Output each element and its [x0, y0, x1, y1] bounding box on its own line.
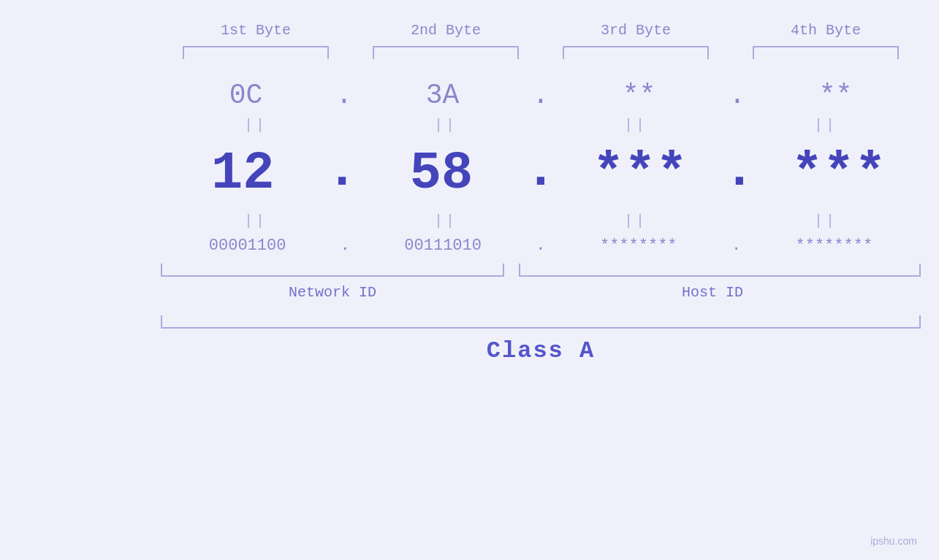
network-id-label: Network ID [161, 284, 504, 301]
equals-row-2: || || || || [161, 212, 921, 229]
big-bracket-row [161, 315, 921, 329]
class-a-label: Class A [487, 337, 595, 364]
byte-label-4: 4th Byte [745, 22, 906, 39]
bracket-network [161, 264, 504, 277]
dec-b3: *** [567, 147, 713, 200]
dec-row: 12 . 58 . *** . *** [161, 141, 921, 207]
dec-b1: 12 [170, 147, 316, 200]
dec-b2: 58 [368, 147, 514, 200]
bracket-b2 [373, 46, 519, 59]
bin-row: 00001100 . 00111010 . ******** . *******… [161, 237, 921, 255]
bin-b3: ******** [566, 237, 712, 255]
bin-b2: 00111010 [370, 237, 516, 255]
bin-b1: 00001100 [175, 237, 321, 255]
dot-dec-1: . [326, 141, 357, 207]
dot-hex-3: . [729, 80, 746, 111]
dot-hex-2: . [533, 80, 550, 111]
bracket-b4 [753, 46, 899, 59]
hex-b4: ** [762, 80, 908, 111]
bracket-b3 [563, 46, 709, 59]
bin-b4: ******** [761, 237, 907, 255]
bracket-gap [504, 264, 519, 277]
bracket-b1 [183, 46, 329, 59]
hex-b1: 0C [173, 80, 319, 111]
hex-b3: ** [566, 80, 712, 111]
equals-5: || [183, 212, 329, 229]
byte-labels-row: 1st Byte 2nd Byte 3rd Byte 4th Byte [161, 22, 921, 39]
dot-hex-1: . [336, 80, 353, 111]
equals-row-1: || || || || [161, 117, 921, 134]
big-bracket [161, 315, 921, 329]
equals-8: || [753, 212, 899, 229]
dot-bin-3: . [731, 237, 741, 255]
host-id-label: Host ID [504, 284, 921, 301]
equals-3: || [563, 117, 709, 134]
dec-b4: *** [766, 147, 912, 200]
dot-dec-3: . [723, 141, 755, 207]
equals-2: || [373, 117, 519, 134]
equals-7: || [563, 212, 709, 229]
equals-4: || [753, 117, 899, 134]
bottom-brackets [161, 264, 921, 277]
top-brackets [161, 46, 921, 59]
byte-label-3: 3rd Byte [555, 22, 716, 39]
hex-b2: 3A [370, 80, 516, 111]
bracket-host [519, 264, 921, 277]
dot-bin-1: . [341, 237, 350, 255]
class-a-row: Class A [161, 337, 921, 364]
main-container: 1st Byte 2nd Byte 3rd Byte 4th Byte 0C .… [0, 0, 939, 560]
watermark: ipshu.com [870, 535, 917, 547]
byte-label-2: 2nd Byte [365, 22, 526, 39]
dot-dec-2: . [525, 141, 556, 207]
byte-label-1: 1st Byte [175, 22, 336, 39]
id-labels-row: Network ID Host ID [161, 284, 921, 301]
equals-6: || [373, 212, 519, 229]
dot-bin-2: . [536, 237, 545, 255]
equals-1: || [183, 117, 329, 134]
hex-row: 0C . 3A . ** . ** [161, 80, 921, 111]
